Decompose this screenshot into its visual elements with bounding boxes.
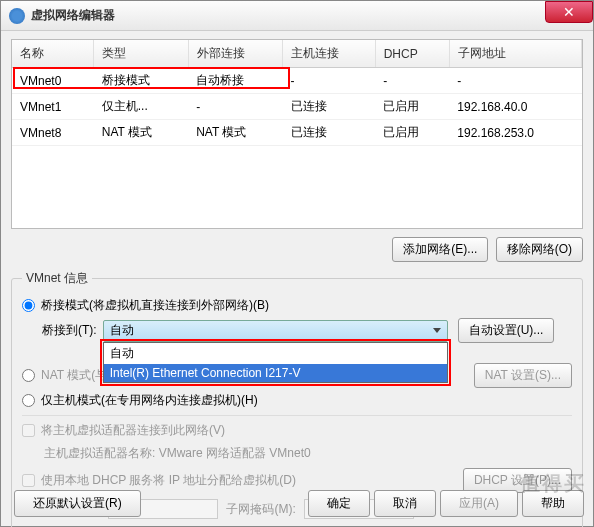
- col-subnet[interactable]: 子网地址: [449, 40, 581, 68]
- window-title: 虚拟网络编辑器: [31, 7, 115, 24]
- col-host[interactable]: 主机连接: [283, 40, 376, 68]
- cell-host: 已连接: [283, 120, 376, 146]
- use-dhcp-label: 使用本地 DHCP 服务将 IP 地址分配给虚拟机(D): [41, 472, 296, 489]
- network-table[interactable]: 名称 类型 外部连接 主机连接 DHCP 子网地址 VMnet0 桥接模式 自动…: [11, 39, 583, 229]
- cell-dhcp: -: [375, 68, 449, 94]
- table-row[interactable]: VMnet8 NAT 模式 NAT 模式 已连接 已启用 192.168.253…: [12, 120, 582, 146]
- cell-name: VMnet8: [12, 120, 94, 146]
- chevron-down-icon: [433, 328, 441, 333]
- cell-host: 已连接: [283, 94, 376, 120]
- add-network-button[interactable]: 添加网络(E)...: [392, 237, 488, 262]
- ok-button[interactable]: 确定: [308, 490, 370, 517]
- cell-subnet: 192.168.253.0: [449, 120, 581, 146]
- cancel-button[interactable]: 取消: [374, 490, 436, 517]
- host-adapter-name: 主机虚拟适配器名称: VMware 网络适配器 VMnet0: [44, 445, 311, 462]
- table-row[interactable]: VMnet0 桥接模式 自动桥接 - - -: [12, 68, 582, 94]
- cell-host: -: [283, 68, 376, 94]
- col-name[interactable]: 名称: [12, 40, 94, 68]
- col-type[interactable]: 类型: [94, 40, 188, 68]
- app-icon: [9, 8, 25, 24]
- cell-ext: 自动桥接: [188, 68, 282, 94]
- close-button[interactable]: ✕: [545, 1, 593, 23]
- cell-ext: NAT 模式: [188, 120, 282, 146]
- titlebar: 虚拟网络编辑器 ✕: [1, 1, 593, 31]
- bridge-selected-value: 自动: [110, 322, 134, 339]
- cell-name: VMnet1: [12, 94, 94, 120]
- cell-subnet: -: [449, 68, 581, 94]
- nat-radio[interactable]: [22, 369, 35, 382]
- vmnet-info-legend: VMnet 信息: [22, 270, 92, 287]
- cell-type: 桥接模式: [94, 68, 188, 94]
- cell-ext: -: [188, 94, 282, 120]
- hostonly-radio[interactable]: [22, 394, 35, 407]
- cell-dhcp: 已启用: [375, 94, 449, 120]
- bridge-option[interactable]: 自动: [104, 343, 447, 364]
- cell-subnet: 192.168.40.0: [449, 94, 581, 120]
- connect-host-label: 将主机虚拟适配器连接到此网络(V): [41, 422, 225, 439]
- help-button[interactable]: 帮助: [522, 490, 584, 517]
- connect-host-checkbox: [22, 424, 35, 437]
- vmnet-info-group: VMnet 信息 桥接模式(将虚拟机直接连接到外部网络)(B) 桥接到(T): …: [11, 270, 583, 527]
- hostonly-radio-label: 仅主机模式(在专用网络内连接虚拟机)(H): [41, 392, 258, 409]
- bridge-option[interactable]: Intel(R) Ethernet Connection I217-V: [104, 364, 447, 382]
- auto-settings-button[interactable]: 自动设置(U)...: [458, 318, 555, 343]
- cell-dhcp: 已启用: [375, 120, 449, 146]
- cell-type: NAT 模式: [94, 120, 188, 146]
- bridge-radio-label: 桥接模式(将虚拟机直接连接到外部网络)(B): [41, 297, 269, 314]
- bridge-to-label: 桥接到(T):: [42, 322, 97, 339]
- cell-type: 仅主机...: [94, 94, 188, 120]
- col-dhcp[interactable]: DHCP: [375, 40, 449, 68]
- use-dhcp-checkbox: [22, 474, 35, 487]
- nat-settings-button: NAT 设置(S)...: [474, 363, 572, 388]
- col-ext[interactable]: 外部连接: [188, 40, 282, 68]
- cell-name: VMnet0: [12, 68, 94, 94]
- apply-button: 应用(A): [440, 490, 518, 517]
- bridge-to-dropdown[interactable]: 自动: [103, 320, 448, 342]
- restore-defaults-button[interactable]: 还原默认设置(R): [14, 490, 141, 517]
- bridge-radio[interactable]: [22, 299, 35, 312]
- table-row[interactable]: VMnet1 仅主机... - 已连接 已启用 192.168.40.0: [12, 94, 582, 120]
- remove-network-button[interactable]: 移除网络(O): [496, 237, 583, 262]
- bridge-dropdown-list[interactable]: 自动 Intel(R) Ethernet Connection I217-V: [103, 342, 448, 383]
